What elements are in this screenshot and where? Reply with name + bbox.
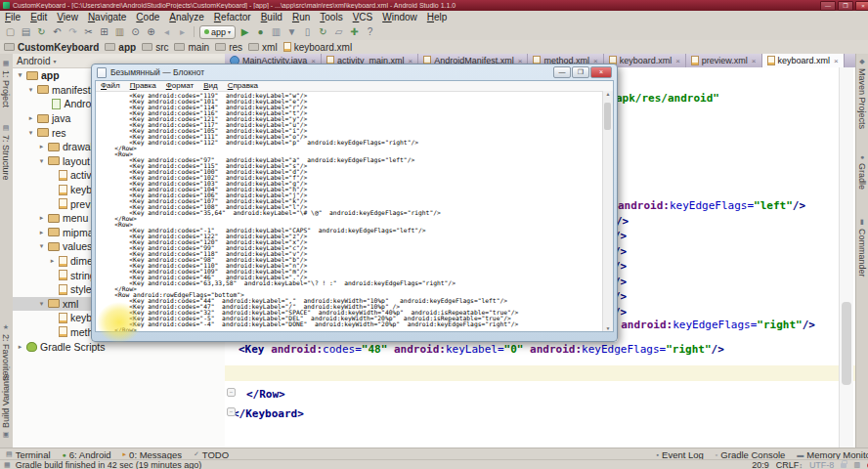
menu-item[interactable]: Refactor xyxy=(209,11,256,23)
replace-icon[interactable]: ⊕ xyxy=(145,25,157,38)
terminal-button[interactable]: ▤ Terminal xyxy=(6,449,51,460)
notepad-close-button[interactable]: × xyxy=(590,66,612,78)
breadcrumb-item[interactable]: res xyxy=(215,42,242,53)
sync-gradle-icon[interactable]: ↻ xyxy=(317,25,329,38)
notepad-scrollbar[interactable]: ▲ ▼ xyxy=(602,91,613,331)
window-minimize-button[interactable]: — xyxy=(820,1,836,11)
cut-icon[interactable]: ✂ xyxy=(82,25,95,38)
copy-icon[interactable]: ⊞ xyxy=(98,25,110,38)
menu-item[interactable]: Run xyxy=(287,11,315,23)
menu-item[interactable]: View xyxy=(52,11,83,23)
sdk-manager-icon[interactable]: ✚ xyxy=(348,25,361,38)
notepad-scrollbar-thumb[interactable] xyxy=(604,103,611,130)
toolwindow-button-commander[interactable]: ▮ Commander xyxy=(857,218,867,277)
synchronize-icon[interactable]: ↻ xyxy=(35,25,48,38)
attach-debugger-icon[interactable]: ▼ xyxy=(285,25,298,38)
coverage-icon[interactable]: ▥ xyxy=(270,25,282,38)
fold-marker-icon[interactable]: − xyxy=(227,388,236,397)
encoding-indicator[interactable]: UTF-8 xyxy=(809,460,835,469)
notepad-minimize-button[interactable]: — xyxy=(553,66,571,78)
tree-expand-arrow-icon[interactable]: ▸ xyxy=(49,257,56,265)
help-icon[interactable]: ? xyxy=(364,25,376,38)
window-maximize-button[interactable]: ❐ xyxy=(838,1,853,11)
line-separator-indicator[interactable]: CRLF↕ xyxy=(776,460,803,469)
scroll-up-arrow-icon[interactable]: ▲ xyxy=(606,91,611,97)
breadcrumb-item[interactable]: main xyxy=(174,42,209,53)
lock-icon[interactable] xyxy=(841,463,846,468)
find-icon[interactable]: ⊙ xyxy=(129,25,142,38)
tree-expand-arrow-icon[interactable]: ▾ xyxy=(38,242,45,250)
tab-close-icon[interactable]: × xyxy=(675,57,680,65)
debug-icon[interactable]: ● xyxy=(254,25,267,38)
fold-marker-icon[interactable]: − xyxy=(227,407,236,416)
tree-expand-arrow-icon[interactable]: ▸ xyxy=(38,143,45,150)
tab-close-icon[interactable]: × xyxy=(834,57,839,65)
tree-expand-arrow-icon[interactable]: ▸ xyxy=(38,229,45,236)
open-icon[interactable]: ▢ xyxy=(4,25,17,38)
avd-manager-icon[interactable]: ▱ xyxy=(332,25,345,38)
tree-expand-arrow-icon[interactable]: ▸ xyxy=(17,343,23,351)
todo-button[interactable]: ✓ TODO xyxy=(194,449,229,460)
menu-item[interactable]: Build xyxy=(256,11,287,23)
android-toolwindow-button[interactable]: ● 6: Android xyxy=(63,449,111,460)
menu-item[interactable]: Edit xyxy=(25,11,52,23)
breadcrumb-item[interactable]: xml xyxy=(248,42,278,53)
paste-icon[interactable]: ▥ xyxy=(113,25,126,38)
tree-expand-arrow-icon[interactable]: ▾ xyxy=(27,129,34,137)
menu-item[interactable]: File xyxy=(0,11,25,23)
forward-icon[interactable]: ▸ xyxy=(176,25,189,38)
run-icon[interactable]: ▶ xyxy=(239,25,251,38)
editor-tab[interactable]: keyboard.xml × xyxy=(762,54,845,67)
menu-item[interactable]: Code xyxy=(131,11,164,23)
breadcrumb-item[interactable]: src xyxy=(142,42,168,53)
toolwindow-button-build-variants[interactable]: ▣ Build Variants xyxy=(1,374,11,439)
tree-expand-arrow-icon[interactable]: ▸ xyxy=(38,214,45,222)
notepad-title-bar[interactable]: Безымянный — Блокнот — ❐ × xyxy=(95,64,614,80)
notepad-menu-item[interactable]: Справка xyxy=(223,81,263,91)
editor-scrollbar-thumb[interactable] xyxy=(842,302,851,385)
toolwindow-button-favorites[interactable]: ★ 2: Favorites xyxy=(1,323,11,380)
scroll-down-arrow-icon[interactable]: ▼ xyxy=(606,325,611,331)
menu-item[interactable]: Analyze xyxy=(164,11,209,23)
tab-close-icon[interactable]: × xyxy=(752,57,757,65)
event-log-button[interactable]: ▪ Event Log xyxy=(657,449,704,460)
notepad-text-area[interactable]: <Key android:codes="119" android:keyLabe… xyxy=(96,91,603,331)
tree-expand-arrow-icon[interactable]: ▾ xyxy=(27,86,34,94)
notepad-window[interactable]: Безымянный — Блокнот — ❐ × ФайлПравкаФор… xyxy=(91,64,618,342)
breadcrumb-item[interactable]: app xyxy=(105,42,136,53)
tree-expand-arrow-icon[interactable]: ▸ xyxy=(27,114,34,122)
menu-item[interactable]: Window xyxy=(377,11,422,23)
tree-expand-arrow-icon[interactable]: ▾ xyxy=(38,300,45,308)
notepad-maximize-button[interactable]: ❐ xyxy=(572,66,589,78)
notepad-menu-item[interactable]: Вид xyxy=(198,81,222,91)
notepad-menu-item[interactable]: Формат xyxy=(161,81,198,91)
run-configuration-selector[interactable]: app ▾ xyxy=(199,25,236,39)
tree-expand-arrow-icon[interactable]: ▾ xyxy=(38,157,45,165)
notepad-menu-item[interactable]: Правка xyxy=(125,81,161,91)
menu-item[interactable]: Navigate xyxy=(83,11,131,23)
menu-item[interactable]: VCS xyxy=(348,11,378,23)
menu-item[interactable]: Tools xyxy=(315,11,347,23)
gradle-console-button[interactable]: ▫ Gradle Console xyxy=(716,449,786,460)
toolwindow-switcher-icon[interactable]: ▦ xyxy=(4,461,11,469)
memory-monitor-button[interactable]: ▬ Memory Monitor xyxy=(797,449,868,460)
window-close-button[interactable]: × xyxy=(855,1,868,11)
editor-scrollbar[interactable] xyxy=(839,67,853,448)
menu-item[interactable]: Help xyxy=(422,11,453,23)
tree-expand-arrow-icon[interactable]: ▾ xyxy=(17,71,23,79)
editor-tab[interactable]: preview.xml × xyxy=(686,54,762,67)
redo-icon[interactable]: ↷ xyxy=(66,25,79,38)
undo-icon[interactable]: ↶ xyxy=(51,25,64,38)
notepad-menu-item[interactable]: Файл xyxy=(96,81,125,91)
messages-button[interactable]: ▸ 0: Messages xyxy=(123,449,182,460)
toolwindow-button-structure[interactable]: ▤ 7: Structure xyxy=(1,124,11,181)
toolwindow-button-gradle[interactable]: ● Gradle xyxy=(857,153,867,190)
back-icon[interactable]: ◂ xyxy=(160,25,173,38)
caret-position-indicator[interactable]: 20:9 xyxy=(752,460,769,469)
toolwindow-button-maven-projects[interactable]: ◆ Maven Projects xyxy=(857,58,867,129)
breadcrumb-item[interactable]: CustomKeyboard xyxy=(4,42,99,53)
android-monitor-icon[interactable]: ▯ xyxy=(301,25,314,38)
columns-icon[interactable]: ▥ xyxy=(853,461,860,469)
breadcrumb-item[interactable]: keyboard.xml xyxy=(283,42,352,53)
save-all-icon[interactable]: ▤ xyxy=(20,25,32,38)
